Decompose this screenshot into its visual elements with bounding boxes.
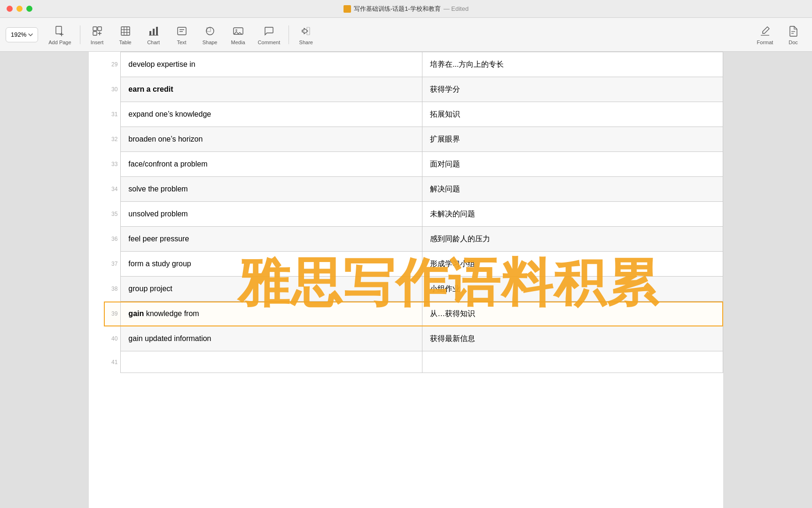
text-label: Text bbox=[177, 40, 186, 45]
media-button[interactable]: Media bbox=[225, 21, 251, 48]
insert-icon bbox=[91, 24, 104, 38]
line-number: 34 bbox=[104, 177, 121, 202]
chart-icon bbox=[147, 24, 160, 38]
edited-label: — Edited bbox=[444, 5, 468, 12]
svg-rect-13 bbox=[149, 31, 151, 35]
insert-button[interactable]: Insert bbox=[84, 21, 110, 48]
chinese-cell: 培养在...方向上的专长 bbox=[422, 52, 723, 77]
line-number: 30 bbox=[104, 77, 121, 102]
comment-icon bbox=[262, 24, 275, 38]
chinese-cell: 获得学分 bbox=[422, 77, 723, 102]
chinese-cell: 从…获得知识 bbox=[422, 302, 723, 326]
format-label: Format bbox=[757, 40, 773, 45]
share-icon bbox=[299, 24, 312, 38]
table-button[interactable]: Table bbox=[112, 21, 139, 48]
table-row[interactable]: 30earn a credit获得学分 bbox=[104, 77, 723, 102]
share-label: Share bbox=[299, 40, 313, 45]
english-cell[interactable] bbox=[121, 351, 422, 373]
doc-label: Doc bbox=[789, 40, 798, 45]
english-cell[interactable]: expand one’s knowledge bbox=[121, 102, 422, 127]
text-icon bbox=[175, 24, 188, 38]
english-cell[interactable]: broaden one’s horizon bbox=[121, 127, 422, 152]
svg-rect-4 bbox=[98, 27, 102, 31]
line-number: 38 bbox=[104, 277, 121, 302]
line-number: 40 bbox=[104, 326, 121, 351]
comment-label: Comment bbox=[258, 40, 281, 45]
english-cell[interactable]: form a study group bbox=[121, 252, 422, 277]
doc-icon bbox=[787, 24, 800, 38]
shape-icon bbox=[203, 24, 217, 38]
table-row[interactable]: 35unsolved problem未解决的问题 bbox=[104, 202, 723, 227]
insert-label: Insert bbox=[91, 40, 104, 45]
close-button[interactable] bbox=[7, 6, 13, 12]
shape-button[interactable]: Shape bbox=[197, 21, 223, 48]
table-row[interactable]: 39gain knowledge from从…获得知识 bbox=[104, 302, 723, 326]
english-cell[interactable]: earn a credit bbox=[121, 77, 422, 102]
table-row[interactable]: 36feel peer pressure感到同龄人的压力 bbox=[104, 227, 723, 252]
svg-point-20 bbox=[206, 27, 214, 35]
table-row[interactable]: 33face/confront a problem面对问题 bbox=[104, 152, 723, 177]
english-cell[interactable]: gain knowledge from bbox=[121, 302, 422, 326]
line-number: 32 bbox=[104, 127, 121, 152]
chart-label: Chart bbox=[147, 40, 160, 45]
line-number: 39 bbox=[104, 302, 121, 326]
main-content: 雅思写作语料积累 29develop expertise in培养在...方向上… bbox=[0, 52, 812, 508]
format-button[interactable]: Format bbox=[752, 21, 778, 48]
table-row[interactable]: 37form a study group形成学习小组 bbox=[104, 252, 723, 277]
table-row[interactable]: 34solve the problem解决问题 bbox=[104, 177, 723, 202]
maximize-button[interactable] bbox=[26, 6, 32, 12]
doc-button[interactable]: Doc bbox=[780, 21, 806, 48]
english-cell[interactable]: unsolved problem bbox=[121, 202, 422, 227]
line-number: 37 bbox=[104, 252, 121, 277]
svg-rect-0 bbox=[56, 26, 62, 34]
english-cell[interactable]: group project bbox=[121, 277, 422, 302]
line-number: 29 bbox=[104, 52, 121, 77]
table-row[interactable]: 38group project小组作业 bbox=[104, 277, 723, 302]
chinese-cell: 扩展眼界 bbox=[422, 127, 723, 152]
toolbar: 192% Add Page Insert bbox=[0, 18, 812, 52]
text-button[interactable]: Text bbox=[169, 21, 195, 48]
comment-button[interactable]: Comment bbox=[253, 21, 285, 48]
table-row[interactable]: 40gain updated information获得最新信息 bbox=[104, 326, 723, 351]
table-row[interactable]: 41 bbox=[104, 351, 723, 373]
table-row[interactable]: 29develop expertise in培养在...方向上的专长 bbox=[104, 52, 723, 77]
minimize-button[interactable] bbox=[16, 6, 23, 12]
line-number: 35 bbox=[104, 202, 121, 227]
english-cell[interactable]: develop expertise in bbox=[121, 52, 422, 77]
table-row[interactable]: 32broaden one’s horizon扩展眼界 bbox=[104, 127, 723, 152]
zoom-control[interactable]: 192% bbox=[6, 27, 38, 42]
chinese-cell: 未解决的问题 bbox=[422, 202, 723, 227]
line-number: 41 bbox=[104, 351, 121, 373]
english-cell[interactable]: gain updated information bbox=[121, 326, 422, 351]
window-title: 写作基础训练-话题1-学校和教育 — Edited bbox=[344, 5, 468, 13]
chinese-cell: 感到同龄人的压力 bbox=[422, 227, 723, 252]
chinese-cell: 形成学习小组 bbox=[422, 252, 723, 277]
doc-area: 雅思写作语料积累 29develop expertise in培养在...方向上… bbox=[0, 52, 812, 508]
chinese-cell: 面对问题 bbox=[422, 152, 723, 177]
media-icon bbox=[232, 24, 245, 38]
english-cell[interactable]: solve the problem bbox=[121, 177, 422, 202]
share-button[interactable]: Share bbox=[293, 21, 319, 48]
svg-rect-15 bbox=[156, 27, 158, 35]
add-page-button[interactable]: Add Page bbox=[44, 21, 76, 48]
svg-rect-3 bbox=[93, 27, 97, 31]
english-cell[interactable]: face/confront a problem bbox=[121, 152, 422, 177]
shape-label: Shape bbox=[203, 40, 218, 45]
zoom-value: 192% bbox=[11, 31, 26, 38]
traffic-lights bbox=[7, 6, 32, 12]
svg-rect-8 bbox=[121, 27, 130, 35]
english-cell[interactable]: feel peer pressure bbox=[121, 227, 422, 252]
chart-button[interactable]: Chart bbox=[141, 21, 167, 48]
svg-rect-14 bbox=[153, 29, 155, 35]
chinese-cell: 解决问题 bbox=[422, 177, 723, 202]
table-container: 29develop expertise in培养在...方向上的专长30earn… bbox=[104, 52, 723, 373]
chinese-cell: 获得最新信息 bbox=[422, 326, 723, 351]
table-row[interactable]: 31expand one’s knowledge拓展知识 bbox=[104, 102, 723, 127]
chinese-cell bbox=[422, 351, 723, 373]
page-wrapper: 雅思写作语料积累 29develop expertise in培养在...方向上… bbox=[89, 52, 723, 508]
line-number: 36 bbox=[104, 227, 121, 252]
svg-rect-17 bbox=[178, 27, 186, 35]
line-number: 33 bbox=[104, 152, 121, 177]
add-page-icon bbox=[53, 24, 66, 38]
doc-icon bbox=[344, 5, 351, 13]
